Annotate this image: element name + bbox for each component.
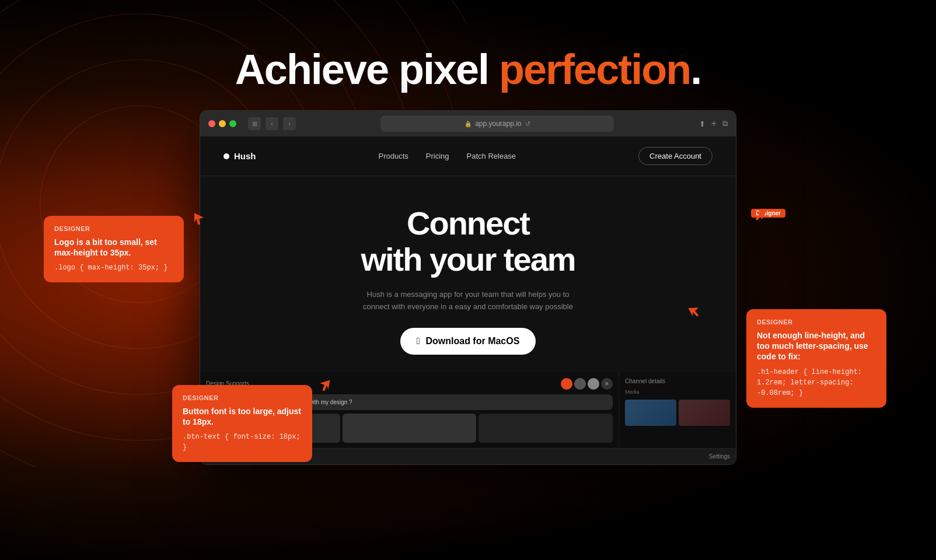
share-icon[interactable]: ⬆ xyxy=(699,120,706,128)
media-grid xyxy=(625,400,730,426)
logo-dot xyxy=(223,153,229,159)
traffic-light-yellow[interactable] xyxy=(219,120,226,127)
reload-icon: ↺ xyxy=(525,120,530,128)
annotation-h1: Designer Not enough line-height, and too… xyxy=(746,309,886,408)
avatar-group: ✕ xyxy=(561,378,613,390)
website-nav: Hush Products Pricing Patch Release Crea… xyxy=(200,136,736,176)
traffic-light-green[interactable] xyxy=(229,120,236,127)
channel-panel: Channel details Media xyxy=(619,372,736,448)
close-icon-chat[interactable]: ✕ xyxy=(601,378,613,390)
avatar-3 xyxy=(588,378,599,390)
annotation-btn-code: .btn-text { font-size: 18px; } xyxy=(183,432,302,453)
media-thumb-2 xyxy=(679,400,730,426)
settings-label: Settings xyxy=(709,453,730,460)
annotation-logo-title: Logo is a bit too small, set max-height … xyxy=(54,237,173,258)
svg-marker-10 xyxy=(319,379,330,391)
nav-links: Products Pricing Patch Release xyxy=(378,152,516,160)
download-button[interactable]:  Download for MacOS xyxy=(400,328,536,355)
svg-marker-7 xyxy=(194,213,204,225)
logo-text: Hush xyxy=(234,151,256,161)
cursor-create xyxy=(755,209,764,223)
annotation-logo-code: .logo { max-height: 35px; } xyxy=(54,262,173,273)
website-hero-description: Hush is a messaging app for your team th… xyxy=(363,289,573,313)
apple-icon:  xyxy=(417,336,420,346)
avatar-2 xyxy=(574,378,586,390)
sidebar-toggle-icon[interactable]: ⊞ xyxy=(248,117,261,130)
headline-suffix: . xyxy=(690,46,701,93)
download-button-label: Download for MacOS xyxy=(425,336,519,346)
forward-icon[interactable]: › xyxy=(283,117,296,130)
traffic-lights xyxy=(208,120,236,127)
website-logo: Hush xyxy=(223,151,256,161)
annotation-logo-label: Designer xyxy=(54,225,173,232)
media-label: Media xyxy=(625,389,730,395)
annotation-logo: Designer Logo is a bit too small, set ma… xyxy=(44,216,184,282)
channel-title: Channel details xyxy=(625,378,665,384)
address-text: app.yourapp.io xyxy=(475,120,521,128)
annotation-button: Designer Button font is too large, adjus… xyxy=(172,385,312,462)
nav-link-pricing[interactable]: Pricing xyxy=(426,152,449,160)
annotation-h1-title: Not enough line-height, and too much let… xyxy=(757,330,876,362)
annotation-btn-title: Button font is too large, adjust to 18px… xyxy=(183,406,302,427)
hero-line2: with your team xyxy=(361,241,575,278)
website-hero: Connect with your team Hush is a messagi… xyxy=(200,176,736,372)
image-thumb-3 xyxy=(479,414,613,443)
media-thumb-1 xyxy=(625,400,676,426)
cursor-h1 xyxy=(690,305,700,319)
channel-panel-header: Channel details xyxy=(625,378,730,384)
annotation-h1-code: .h1-header { line-height: 1.2rem; letter… xyxy=(757,367,876,398)
back-icon[interactable]: ‹ xyxy=(266,117,278,130)
new-tab-icon[interactable]: + xyxy=(711,118,717,129)
nav-link-patch[interactable]: Patch Release xyxy=(467,152,516,160)
website-hero-title: Connect with your team xyxy=(223,205,713,277)
hero-headline: Achieve pixel perfection. xyxy=(235,47,701,93)
lock-icon: 🔒 xyxy=(464,121,472,127)
create-account-button[interactable]: Create Account xyxy=(638,147,713,165)
hero-line1: Connect xyxy=(407,205,529,242)
annotation-btn-label: Designer xyxy=(183,394,302,401)
cursor-btn xyxy=(320,379,329,393)
headline-prefix: Achieve pixel xyxy=(235,46,499,93)
avatar-1 xyxy=(561,378,572,390)
address-bar[interactable]: 🔒 app.yourapp.io ↺ xyxy=(380,116,614,132)
cursor-logo xyxy=(194,213,204,227)
tabs-icon[interactable]: ⧉ xyxy=(722,119,728,128)
nav-link-products[interactable]: Products xyxy=(378,152,408,160)
browser-toolbar: ⊞ ‹ › 🔒 app.yourapp.io ↺ ⬆ + ⧉ xyxy=(200,111,736,136)
annotation-h1-label: Designer xyxy=(757,318,876,326)
traffic-light-red[interactable] xyxy=(208,120,215,127)
headline-accent: perfection xyxy=(499,46,690,93)
browser-nav-icons: ⊞ ‹ › xyxy=(248,117,296,130)
image-thumb-2 xyxy=(343,414,477,443)
browser-right-icons: ⬆ + ⧉ xyxy=(699,118,728,129)
